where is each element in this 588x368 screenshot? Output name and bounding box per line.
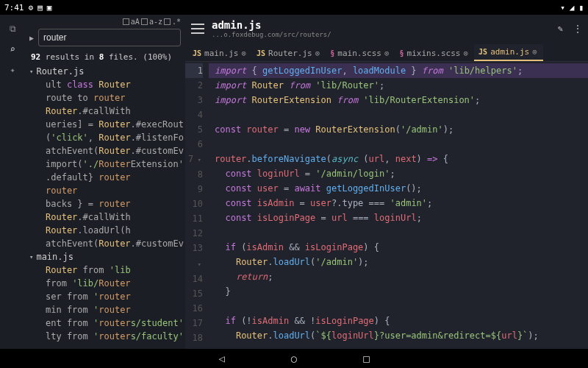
code-line[interactable]: Router.loadUrl(`${loginUrl}?user=admin&r… — [209, 328, 588, 343]
file-title: admin.js — [212, 19, 551, 31]
search-summary: 92 results in 8 files. (100%) — [25, 48, 185, 65]
status-time: 7:41 — [4, 3, 24, 13]
search-icon[interactable]: ⌕ — [10, 44, 15, 54]
search-match[interactable]: ent from 'routers/student' — [25, 316, 185, 330]
gear-icon: ⚙ — [29, 3, 34, 13]
android-navbar: ◁ ○ □ — [0, 349, 588, 368]
doc-icon: ▤ — [37, 3, 43, 13]
tab-main-js[interactable]: JSmain.js⊗ — [188, 46, 252, 61]
android-statusbar: 7:41 ⚙ ▤ ▣ ▾ ◢ ▮ — [0, 0, 588, 15]
search-file-node[interactable]: ▾Router.js — [25, 65, 185, 78]
code-line[interactable]: const loginUrl = '/admin/login'; — [209, 166, 588, 181]
edit-icon[interactable]: ✎ — [558, 24, 563, 34]
editor-topbar: admin.js ...o.foxdebug.com/src/routers/ … — [185, 15, 588, 43]
search-panel: aAa-z.* ▶ 92 results in 8 files. (100%) … — [25, 15, 185, 349]
extensions-icon[interactable]: ✦ — [10, 65, 15, 75]
search-match[interactable]: Router.#callWith — [25, 210, 185, 224]
code-line[interactable] — [209, 137, 588, 152]
code-line[interactable]: router.beforeNavigate(async (url, next) … — [209, 152, 588, 166]
cast-icon: ▣ — [47, 3, 52, 13]
code-line[interactable] — [209, 107, 588, 122]
file-path: ...o.foxdebug.com/src/routers/ — [212, 31, 551, 38]
close-icon[interactable]: ⊗ — [315, 49, 320, 58]
search-match[interactable]: .default} router — [25, 171, 185, 184]
code-line[interactable] — [209, 225, 588, 240]
search-match[interactable]: router — [25, 184, 185, 197]
search-match[interactable]: ser from 'router — [25, 290, 185, 303]
code-line[interactable]: import Router from 'lib/Router'; — [209, 78, 588, 93]
search-match[interactable]: route to router — [25, 91, 185, 105]
nav-home-icon[interactable]: ○ — [291, 353, 297, 364]
close-icon[interactable]: ⊗ — [463, 49, 468, 58]
code-line[interactable]: if (!isAdmin && !isLoginPage) { — [209, 314, 588, 328]
search-opt-aA[interactable]: aA — [123, 18, 140, 26]
search-match[interactable]: atchEvent(Router.#customEv — [25, 237, 185, 250]
code-line[interactable]: } — [209, 284, 588, 299]
battery-icon: ▮ — [578, 3, 584, 13]
code-line[interactable]: const router = new RouterExtension('/adm… — [209, 122, 588, 137]
code-line[interactable]: const isLoginPage = url === loginUrl; — [209, 210, 588, 225]
overflow-icon[interactable]: ⋮ — [573, 24, 582, 34]
search-opt-regex[interactable]: .* — [164, 18, 181, 26]
search-input[interactable] — [38, 29, 181, 46]
file-type-icon: § — [330, 49, 334, 57]
tabs: JSmain.js⊗JSRouter.js⊗§main.scss⊗§mixins… — [185, 43, 588, 62]
search-match[interactable]: Router from 'lib — [25, 263, 185, 277]
code-line[interactable]: return; — [209, 269, 588, 284]
file-type-icon: JS — [193, 49, 201, 57]
search-match[interactable]: ('click', Router.#listenFo — [25, 131, 185, 144]
file-type-icon: JS — [257, 49, 265, 57]
code-line[interactable]: import RouterExtension from 'lib/RouterE… — [209, 93, 588, 107]
search-match[interactable]: Router.loadUrl(h — [25, 224, 185, 237]
code-line[interactable]: const isAdmin = user?.type === 'admin'; — [209, 196, 588, 210]
file-type-icon: JS — [478, 48, 487, 56]
tab-Router-js[interactable]: JSRouter.js⊗ — [252, 46, 326, 61]
tab-main-scss[interactable]: §main.scss⊗ — [326, 46, 395, 61]
search-match[interactable]: import('./RouterExtension' — [25, 158, 185, 171]
signal-icon: ◢ — [570, 3, 575, 13]
code-line[interactable]: import { getLoggedInUser, loadModule } f… — [209, 63, 588, 78]
code-line[interactable]: if (isAdmin && isLoginPage) { — [209, 240, 588, 255]
activity-rail: ⧉ ⌕ ✦ — [0, 15, 25, 349]
menu-icon[interactable] — [191, 24, 204, 34]
tab-mixins-scss[interactable]: §mixins.scss⊗ — [395, 46, 475, 61]
close-icon[interactable]: ⊗ — [384, 49, 390, 58]
search-match[interactable]: Router.#callWith — [25, 105, 185, 118]
search-match[interactable]: lty from 'routers/faculty' — [25, 330, 185, 343]
wifi-icon: ▾ — [560, 3, 565, 13]
close-icon[interactable]: ⊗ — [532, 47, 537, 57]
nav-back-icon[interactable]: ◁ — [218, 353, 224, 364]
file-type-icon: § — [400, 49, 404, 57]
search-opt-az[interactable]: a-z — [141, 18, 162, 26]
code-area[interactable]: 1234567 ▾8910111213 ▾1415161718 ▾19 impo… — [185, 62, 588, 349]
nav-recents-icon[interactable]: □ — [363, 353, 369, 364]
editor-area: admin.js ...o.foxdebug.com/src/routers/ … — [185, 15, 588, 349]
tab-admin-js[interactable]: JSadmin.js⊗ — [474, 44, 543, 61]
search-run-icon[interactable]: ▶ — [29, 34, 34, 42]
search-match[interactable]: backs } = router — [25, 197, 185, 210]
code-line[interactable] — [209, 299, 588, 314]
search-match[interactable]: min from 'router — [25, 303, 185, 316]
search-file-node[interactable]: ▾main.js — [25, 250, 185, 263]
search-match[interactable]: from 'lib/Router — [25, 277, 185, 290]
close-icon[interactable]: ⊗ — [241, 49, 246, 58]
code-line[interactable]: const user = await getLoggedInUser(); — [209, 181, 588, 196]
search-match[interactable]: atchEvent(Router.#customEv — [25, 144, 185, 158]
files-icon[interactable]: ⧉ — [10, 24, 16, 34]
search-match[interactable]: ult class Router — [25, 78, 185, 91]
search-match[interactable]: ueries] = Router.#execRout — [25, 118, 185, 131]
code-line[interactable]: Router.loadUrl('/admin'); — [209, 255, 588, 269]
